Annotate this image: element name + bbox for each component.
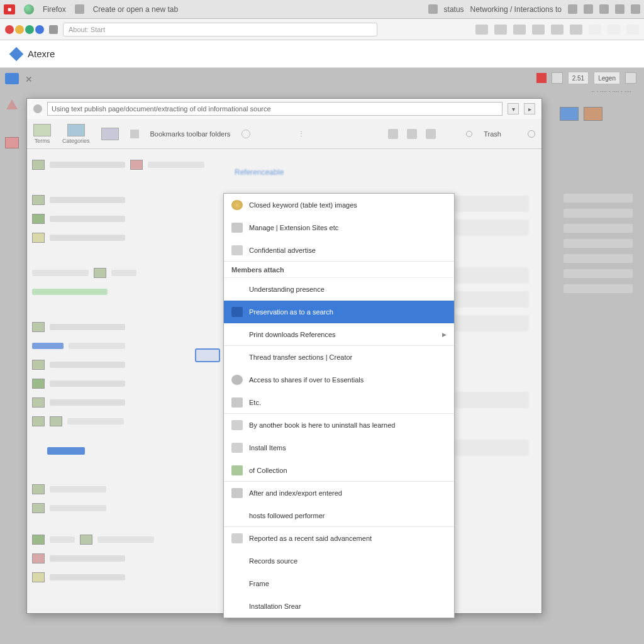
context-menu-label: Frame — [249, 580, 269, 587]
status-icon — [428, 4, 438, 14]
flag-icon[interactable] — [536, 73, 547, 83]
context-menu-item[interactable]: Installation Srear — [224, 595, 454, 618]
section-header — [32, 437, 217, 447]
tab-label[interactable]: Categories — [62, 138, 90, 144]
toolbar-button-icon[interactable] — [513, 25, 526, 35]
context-menu-item[interactable]: Manage | Extension Sites etc — [224, 216, 454, 239]
toolbar-button-icon[interactable] — [551, 25, 564, 35]
toolbar-icon[interactable] — [49, 25, 58, 34]
context-menu-item[interactable]: of Collection — [224, 459, 454, 482]
chip-label[interactable]: Legen — [594, 72, 620, 84]
context-menu-item[interactable]: Install Items — [224, 436, 454, 459]
tab-label[interactable]: Trash — [484, 130, 501, 138]
toolbar-button-icon[interactable] — [589, 25, 601, 35]
control-button[interactable] — [552, 72, 563, 84]
list-item[interactable] — [32, 393, 217, 412]
context-menu-item[interactable]: Etc. — [224, 391, 454, 414]
list-item[interactable] — [32, 549, 217, 568]
context-menu-label: Print downloads References — [249, 331, 336, 338]
list-item[interactable] — [32, 480, 217, 499]
list-item[interactable] — [32, 318, 217, 336]
list-item[interactable] — [32, 530, 217, 549]
tab-icon[interactable] — [33, 124, 51, 136]
tray-icon[interactable] — [584, 4, 593, 14]
list-item[interactable] — [32, 228, 217, 247]
toolbar-button-icon[interactable] — [494, 25, 507, 35]
context-menu-item[interactable]: Records source — [224, 550, 454, 572]
menubar-status: status — [444, 5, 464, 14]
list-item[interactable] — [32, 355, 217, 374]
tab-icon[interactable] — [67, 124, 85, 136]
context-menu-item[interactable]: Understanding presence — [224, 278, 454, 301]
list-item[interactable] — [32, 336, 217, 355]
chevron-right-icon: ▶ — [442, 331, 447, 338]
item-icon — [231, 443, 243, 453]
context-menu-item[interactable]: Closed keyword (table text) images — [224, 194, 454, 216]
tray-icon[interactable] — [631, 4, 640, 14]
tray-icon[interactable] — [568, 4, 577, 14]
tab-icon[interactable] — [101, 128, 119, 140]
tab-icon[interactable] — [130, 130, 139, 138]
menubar-app-name[interactable]: Firefox — [43, 5, 66, 14]
tray-icon[interactable] — [615, 4, 625, 14]
list-item[interactable] — [32, 191, 217, 209]
list-item[interactable] — [32, 282, 217, 301]
thumbnail[interactable] — [560, 107, 579, 121]
tab-label[interactable]: Terms — [35, 138, 50, 144]
context-menu-label: Manage | Extension Sites etc — [249, 224, 338, 231]
list-item[interactable] — [32, 499, 217, 518]
context-menu-item[interactable]: Reported as a recent said advancement — [224, 527, 454, 550]
context-menu-item[interactable]: Thread transfer sections | Creator — [224, 346, 454, 369]
box-icon — [231, 397, 243, 408]
address-bar[interactable]: About: Start — [63, 23, 377, 36]
list-item[interactable] — [32, 568, 217, 587]
list-item[interactable] — [32, 155, 217, 174]
dialog-body: Referenceable Closed keyword (table text… — [27, 149, 541, 613]
context-menu-item[interactable]: Frame — [224, 572, 454, 595]
spacer-icon — [231, 330, 243, 340]
refresh-icon[interactable] — [242, 130, 250, 138]
close-icon[interactable]: ✕ — [25, 74, 34, 83]
subnav-links[interactable]: ·· · ···· · ···· · ···· — [591, 88, 631, 95]
reference-link[interactable]: Referenceable — [235, 168, 529, 177]
chip-value[interactable]: 2.51 — [568, 72, 589, 84]
context-menu-item[interactable]: After and index/export entered — [224, 482, 454, 504]
help-icon[interactable] — [466, 131, 472, 137]
dialog-address-input[interactable] — [47, 102, 502, 116]
toolbar-button-icon[interactable] — [475, 25, 488, 35]
tab-action-icon[interactable] — [426, 129, 436, 139]
star-icon — [231, 200, 243, 210]
context-menu-item-selected[interactable]: Preservation as to a search — [224, 301, 454, 323]
context-menu-item[interactable]: hosts followed performer — [224, 504, 454, 527]
control-button[interactable] — [625, 72, 636, 84]
toolbar-button-icon[interactable] — [608, 25, 620, 35]
folder-icon[interactable] — [5, 73, 19, 84]
list-item[interactable] — [32, 264, 217, 282]
background-panel — [564, 194, 633, 299]
context-menu-item[interactable]: Confidential advertise — [224, 239, 454, 262]
settings-icon[interactable] — [528, 130, 535, 138]
list-item[interactable] — [32, 209, 217, 228]
context-menu-label: Preservation as to a search — [249, 308, 333, 316]
list-item[interactable] — [32, 412, 217, 431]
gear-icon[interactable] — [33, 104, 42, 113]
tab-action-icon[interactable] — [388, 129, 398, 139]
context-menu-item[interactable]: Print downloads References▶ — [224, 323, 454, 346]
tab-action-icon[interactable] — [407, 129, 417, 139]
toolbar-button-icon[interactable] — [570, 25, 582, 35]
thumbnail[interactable] — [584, 107, 602, 121]
list-item[interactable] — [32, 374, 217, 393]
tray-icon[interactable] — [599, 4, 609, 14]
app-badge-icon: ■ — [4, 4, 15, 14]
context-menu-item[interactable]: Access to shares if over to Essentials — [224, 369, 454, 391]
thumbnail-strip — [560, 107, 602, 121]
context-menu-item[interactable]: By another book is here to uninstall has… — [224, 414, 454, 436]
toolbar-button-icon[interactable] — [532, 25, 545, 35]
dropdown-button[interactable]: ▾ — [508, 103, 519, 114]
context-menu-label: hosts followed performer — [249, 512, 325, 519]
menubar-item[interactable]: Create or open a new tab — [93, 5, 178, 14]
tab-label[interactable]: Bookmarks toolbar folders — [150, 130, 231, 138]
spacer-icon — [231, 284, 243, 294]
toolbar-button-icon[interactable] — [626, 25, 639, 35]
go-button[interactable]: ▸ — [524, 103, 535, 114]
